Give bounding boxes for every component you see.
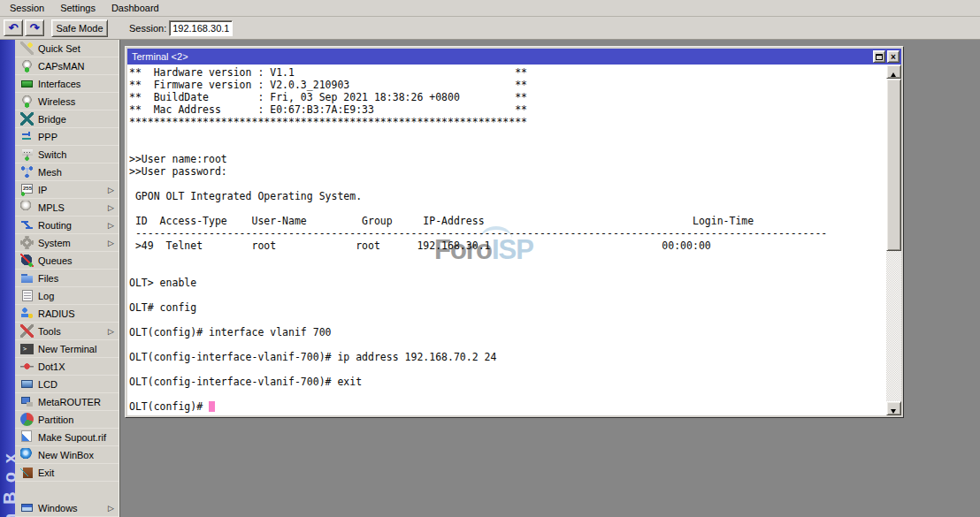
submenu-arrow-icon: ▷ [108, 327, 119, 336]
sidebar-item-capsman[interactable]: CAPsMAN [15, 57, 119, 75]
sidebar-item-quick-set[interactable]: Quick Set [15, 40, 119, 57]
sidebar-item-label: IP [38, 185, 47, 195]
lcd-icon [20, 377, 34, 391]
close-button[interactable]: × [887, 50, 900, 63]
sidebar-item-lcd[interactable]: LCD [15, 376, 119, 393]
redo-icon: ↷ [30, 21, 40, 34]
sidebar-item-label: Windows [38, 503, 78, 513]
sidebar-item-tools[interactable]: Tools ▷ [15, 323, 119, 340]
sidebar-item-mpls[interactable]: MPLS ▷ [15, 199, 119, 217]
sidebar-item-radius[interactable]: RADIUS [15, 305, 119, 323]
sidebar-item-ip[interactable]: IP ▷ [15, 181, 119, 199]
terminal-cursor [209, 401, 215, 412]
submenu-arrow-icon: ▷ [108, 203, 119, 212]
radius-icon [20, 307, 34, 320]
terminal-content[interactable]: ForoISP ** Hardware version : V1.1 ** **… [127, 65, 886, 415]
sidebar-item-files[interactable]: Files [15, 270, 119, 287]
sidebar-item-interfaces[interactable]: Interfaces [15, 75, 119, 93]
sidebar: Quick Set CAPsMAN Interfaces [15, 40, 119, 517]
sidebar-item-metarouter[interactable]: MetaROUTER [15, 393, 119, 411]
windows-icon [20, 501, 34, 514]
sidebar-item-system[interactable]: System ▷ [15, 234, 119, 252]
sidebar-item-label: New WinBox [38, 450, 94, 460]
log-icon [20, 289, 34, 302]
make-supout-icon [20, 430, 34, 444]
session-input[interactable] [169, 20, 233, 36]
sidebar-item-spacer[interactable] [15, 482, 119, 499]
sidebar-item-label: Partition [38, 414, 73, 425]
sidebar-item-label: Switch [38, 149, 66, 160]
sidebar-item-bridge[interactable]: Bridge [15, 110, 119, 128]
terminal-titlebar[interactable]: Terminal <2> × [127, 49, 901, 65]
sidebar-item-mesh[interactable]: Mesh [15, 163, 119, 181]
sidebar-item-label: Files [38, 273, 58, 284]
submenu-arrow-icon: ▷ [108, 504, 119, 513]
sidebar-item-label: Wireless [38, 96, 75, 107]
new-winbox-icon [20, 448, 34, 461]
sidebar-item-dot1x[interactable]: Dot1X [15, 358, 119, 376]
queues-icon [20, 254, 34, 267]
submenu-arrow-icon: ▷ [108, 221, 119, 230]
sidebar-item-label: Bridge [38, 114, 66, 125]
sidebar-item-label: Quick Set [38, 43, 80, 54]
sidebar-item-make-supout[interactable]: Make Supout.rif [15, 429, 119, 446]
safe-mode-button[interactable]: Safe Mode [51, 19, 108, 37]
ppp-icon [20, 130, 34, 143]
dot1x-icon [20, 360, 34, 373]
scrollbar-thumb[interactable] [886, 79, 901, 251]
ip-icon [20, 183, 34, 196]
sidebar-item-label: Mesh [38, 167, 62, 178]
sidebar-item-label: Queues [38, 255, 73, 266]
sidebar-item-exit[interactable]: Exit [15, 464, 119, 482]
mesh-icon [20, 165, 34, 179]
menu-item[interactable]: Dashboard [103, 1, 167, 15]
bridge-icon [20, 112, 34, 125]
scroll-up-button[interactable] [886, 65, 901, 79]
sidebar-item-label: RADIUS [38, 308, 75, 319]
sidebar-item-partition[interactable]: Partition [15, 411, 119, 429]
scrollbar-track[interactable] [886, 79, 901, 401]
sidebar-item-label: Make Supout.rif [38, 432, 106, 443]
main-area: WinBox Quick Set CAPsMAN Interfac [0, 40, 980, 517]
sidebar-item-label: New Terminal [38, 344, 96, 354]
sidebar-item-label: Routing [38, 220, 72, 231]
undo-button[interactable]: ↶ [4, 19, 23, 36]
sidebar-item-wireless[interactable]: Wireless [15, 93, 119, 110]
capsman-icon [20, 59, 34, 72]
sidebar-item-new-winbox[interactable]: New WinBox [15, 446, 119, 464]
metarouter-icon [20, 395, 34, 408]
sidebar-item-new-terminal[interactable]: New Terminal [15, 340, 119, 358]
menu-item[interactable]: Settings [52, 1, 103, 15]
winbox-app: Session Settings Dashboard ↶ ↷ Safe Mode… [0, 0, 980, 517]
files-icon [20, 271, 34, 285]
sidebar-item-switch[interactable]: Switch [15, 146, 119, 163]
sidebar-item-windows[interactable]: Windows ▷ [15, 499, 119, 517]
workspace: Terminal <2> × ForoISP ** Hardware versi… [119, 40, 980, 517]
sidebar-item-log[interactable]: Log [15, 287, 119, 305]
sidebar-item-ppp[interactable]: PPP [15, 128, 119, 146]
wireless-icon [20, 95, 34, 108]
redo-button[interactable]: ↷ [25, 19, 44, 36]
sidebar-item-label: System [38, 238, 71, 248]
winbox-vertical-logo: WinBox [0, 445, 15, 517]
exit-icon [20, 466, 34, 479]
sidebar-item-routing[interactable]: Routing ▷ [15, 217, 119, 234]
terminal-output[interactable]: ** Hardware version : V1.1 ** ** Firmwar… [127, 65, 886, 413]
sidebar-item-label: Interfaces [38, 79, 80, 89]
maximize-icon [876, 54, 883, 60]
scroll-down-button[interactable] [886, 401, 901, 415]
menu-bar: Session Settings Dashboard [0, 0, 980, 17]
switch-icon [20, 148, 34, 161]
menu-item[interactable]: Session [2, 1, 52, 15]
terminal-text: ** Hardware version : V1.1 ** ** Firmwar… [129, 66, 827, 413]
sidebar-item-queues[interactable]: Queues [15, 252, 119, 270]
interfaces-icon [20, 77, 34, 90]
sidebar-item-label: Dot1X [38, 361, 65, 372]
session-field-label: Session: [129, 23, 166, 34]
mpls-icon [20, 201, 34, 214]
submenu-arrow-icon: ▷ [108, 186, 119, 194]
terminal-scrollbar[interactable] [886, 65, 901, 415]
undo-icon: ↶ [9, 21, 19, 34]
tools-icon [20, 324, 34, 338]
maximize-button[interactable] [873, 50, 885, 63]
